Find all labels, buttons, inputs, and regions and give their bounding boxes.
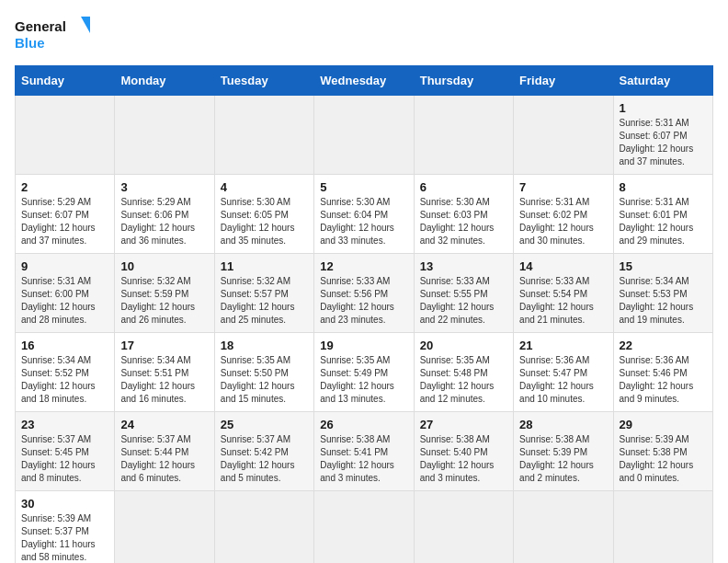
day-number: 15 [620, 259, 707, 273]
day-number: 20 [420, 339, 507, 352]
day-number: 11 [221, 259, 308, 273]
weekday-header: Saturday [613, 66, 712, 96]
cell-info: Sunrise: 5:34 AMSunset: 5:53 PMDaylight:… [620, 275, 707, 327]
cell-info: Sunrise: 5:31 AMSunset: 6:07 PMDaylight:… [620, 117, 707, 168]
cell-info: Sunrise: 5:35 AMSunset: 5:50 PMDaylight:… [221, 354, 308, 406]
calendar-cell: 2Sunrise: 5:29 AMSunset: 6:07 PMDaylight… [16, 175, 115, 254]
logo: General Blue [15, 15, 97, 56]
calendar-cell: 14Sunrise: 5:33 AMSunset: 5:54 PMDayligh… [514, 254, 613, 333]
day-number: 8 [620, 180, 707, 194]
day-number: 6 [420, 180, 507, 194]
cell-info: Sunrise: 5:29 AMSunset: 6:07 PMDaylight:… [21, 196, 108, 247]
day-number: 2 [21, 180, 108, 194]
calendar-cell: 30Sunrise: 5:39 AMSunset: 5:37 PMDayligh… [16, 491, 115, 564]
calendar-table: SundayMondayTuesdayWednesdayThursdayFrid… [15, 65, 713, 563]
day-number: 18 [221, 339, 308, 352]
calendar-cell: 24Sunrise: 5:37 AMSunset: 5:44 PMDayligh… [115, 412, 214, 491]
empty-cell [613, 491, 712, 564]
cell-info: Sunrise: 5:35 AMSunset: 5:49 PMDaylight:… [320, 354, 407, 406]
page-header: General Blue [15, 15, 713, 56]
cell-info: Sunrise: 5:31 AMSunset: 6:02 PMDaylight:… [519, 196, 607, 247]
calendar-week-row: 2Sunrise: 5:29 AMSunset: 6:07 PMDaylight… [16, 175, 713, 254]
day-number: 12 [320, 259, 407, 273]
cell-info: Sunrise: 5:32 AMSunset: 5:59 PMDaylight:… [120, 275, 208, 327]
day-number: 25 [221, 418, 308, 431]
calendar-week-row: 16Sunrise: 5:34 AMSunset: 5:52 PMDayligh… [16, 333, 713, 412]
svg-text:General: General [15, 18, 66, 34]
empty-cell [115, 491, 214, 564]
cell-info: Sunrise: 5:38 AMSunset: 5:40 PMDaylight:… [420, 433, 507, 485]
svg-text:Blue: Blue [15, 35, 45, 51]
cell-info: Sunrise: 5:31 AMSunset: 6:00 PMDaylight:… [21, 275, 108, 327]
calendar-cell: 29Sunrise: 5:39 AMSunset: 5:38 PMDayligh… [613, 412, 712, 491]
empty-cell [314, 96, 414, 175]
cell-info: Sunrise: 5:37 AMSunset: 5:44 PMDaylight:… [120, 433, 208, 485]
weekday-header: Wednesday [314, 66, 414, 96]
day-number: 13 [420, 259, 507, 273]
calendar-cell: 10Sunrise: 5:32 AMSunset: 5:59 PMDayligh… [115, 254, 214, 333]
day-number: 30 [21, 497, 108, 511]
calendar-week-row: 23Sunrise: 5:37 AMSunset: 5:45 PMDayligh… [16, 412, 713, 491]
cell-info: Sunrise: 5:30 AMSunset: 6:05 PMDaylight:… [221, 196, 308, 247]
cell-info: Sunrise: 5:34 AMSunset: 5:51 PMDaylight:… [120, 354, 208, 406]
day-number: 24 [120, 418, 208, 431]
calendar-cell: 23Sunrise: 5:37 AMSunset: 5:45 PMDayligh… [16, 412, 115, 491]
weekday-header: Sunday [16, 66, 115, 96]
day-number: 9 [21, 259, 108, 273]
logo-icon: General Blue [15, 15, 97, 56]
cell-info: Sunrise: 5:37 AMSunset: 5:42 PMDaylight:… [221, 433, 308, 485]
empty-cell [314, 491, 414, 564]
day-number: 5 [320, 180, 407, 194]
cell-info: Sunrise: 5:29 AMSunset: 6:06 PMDaylight:… [120, 196, 208, 247]
calendar-cell: 8Sunrise: 5:31 AMSunset: 6:01 PMDaylight… [613, 175, 712, 254]
cell-info: Sunrise: 5:33 AMSunset: 5:54 PMDaylight:… [519, 275, 607, 327]
weekday-header: Friday [514, 66, 613, 96]
empty-cell [514, 96, 613, 175]
calendar-cell: 15Sunrise: 5:34 AMSunset: 5:53 PMDayligh… [613, 254, 712, 333]
calendar-cell: 6Sunrise: 5:30 AMSunset: 6:03 PMDaylight… [414, 175, 513, 254]
calendar-cell: 4Sunrise: 5:30 AMSunset: 6:05 PMDaylight… [214, 175, 313, 254]
calendar-cell: 20Sunrise: 5:35 AMSunset: 5:48 PMDayligh… [414, 333, 513, 412]
cell-info: Sunrise: 5:30 AMSunset: 6:03 PMDaylight:… [420, 196, 507, 247]
cell-info: Sunrise: 5:33 AMSunset: 5:55 PMDaylight:… [420, 275, 507, 327]
day-number: 4 [221, 180, 308, 194]
calendar-cell: 21Sunrise: 5:36 AMSunset: 5:47 PMDayligh… [514, 333, 613, 412]
day-number: 17 [120, 339, 208, 352]
svg-marker-2 [81, 17, 90, 33]
calendar-cell: 16Sunrise: 5:34 AMSunset: 5:52 PMDayligh… [16, 333, 115, 412]
calendar-cell: 28Sunrise: 5:38 AMSunset: 5:39 PMDayligh… [514, 412, 613, 491]
day-number: 21 [519, 339, 607, 352]
calendar-cell: 11Sunrise: 5:32 AMSunset: 5:57 PMDayligh… [214, 254, 313, 333]
empty-cell [414, 491, 513, 564]
cell-info: Sunrise: 5:32 AMSunset: 5:57 PMDaylight:… [221, 275, 308, 327]
cell-info: Sunrise: 5:39 AMSunset: 5:38 PMDaylight:… [620, 433, 707, 485]
day-number: 3 [120, 180, 208, 194]
cell-info: Sunrise: 5:39 AMSunset: 5:37 PMDaylight:… [21, 512, 108, 563]
cell-info: Sunrise: 5:35 AMSunset: 5:48 PMDaylight:… [420, 354, 507, 406]
day-number: 23 [21, 418, 108, 431]
calendar-cell: 25Sunrise: 5:37 AMSunset: 5:42 PMDayligh… [214, 412, 313, 491]
calendar-cell: 1Sunrise: 5:31 AMSunset: 6:07 PMDaylight… [613, 96, 712, 175]
day-number: 28 [519, 418, 607, 431]
day-number: 16 [21, 339, 108, 352]
calendar-cell: 7Sunrise: 5:31 AMSunset: 6:02 PMDaylight… [514, 175, 613, 254]
cell-info: Sunrise: 5:37 AMSunset: 5:45 PMDaylight:… [21, 433, 108, 485]
calendar-cell: 13Sunrise: 5:33 AMSunset: 5:55 PMDayligh… [414, 254, 513, 333]
calendar-week-row: 9Sunrise: 5:31 AMSunset: 6:00 PMDaylight… [16, 254, 713, 333]
day-number: 26 [320, 418, 407, 431]
day-number: 14 [519, 259, 607, 273]
weekday-header: Monday [115, 66, 214, 96]
calendar-header-row: SundayMondayTuesdayWednesdayThursdayFrid… [16, 66, 713, 96]
empty-cell [514, 491, 613, 564]
cell-info: Sunrise: 5:36 AMSunset: 5:46 PMDaylight:… [620, 354, 707, 406]
calendar-week-row: 30Sunrise: 5:39 AMSunset: 5:37 PMDayligh… [16, 491, 713, 564]
empty-cell [214, 491, 313, 564]
cell-info: Sunrise: 5:33 AMSunset: 5:56 PMDaylight:… [320, 275, 407, 327]
calendar-cell: 26Sunrise: 5:38 AMSunset: 5:41 PMDayligh… [314, 412, 414, 491]
empty-cell [214, 96, 313, 175]
day-number: 19 [320, 339, 407, 352]
weekday-header: Tuesday [214, 66, 313, 96]
calendar-week-row: 1Sunrise: 5:31 AMSunset: 6:07 PMDaylight… [16, 96, 713, 175]
day-number: 22 [620, 339, 707, 352]
cell-info: Sunrise: 5:31 AMSunset: 6:01 PMDaylight:… [620, 196, 707, 247]
